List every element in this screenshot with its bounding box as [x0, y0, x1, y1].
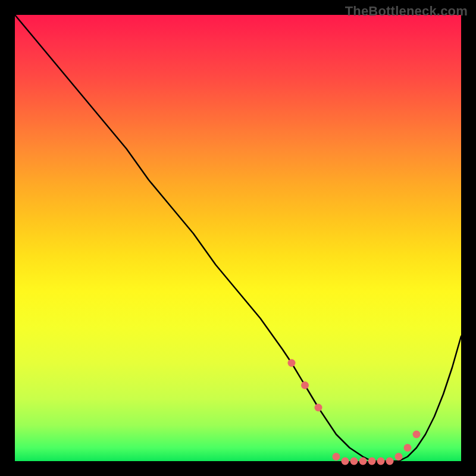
- highlight-dot: [386, 458, 394, 465]
- highlight-dot: [301, 381, 309, 389]
- highlight-dot: [404, 444, 412, 452]
- highlight-dots-group: [288, 359, 421, 465]
- highlight-dot: [350, 458, 358, 465]
- highlight-dot: [342, 458, 349, 465]
- highlight-dot: [413, 431, 421, 439]
- highlight-dot: [395, 453, 403, 461]
- watermark-text: TheBottleneck.com: [345, 4, 468, 19]
- highlight-dot: [333, 453, 340, 461]
- highlight-dot: [359, 458, 367, 465]
- plot-area: [15, 15, 461, 461]
- highlight-dot: [377, 458, 385, 465]
- highlight-dot: [368, 458, 376, 465]
- bottleneck-curve: [15, 15, 461, 461]
- highlight-dot: [288, 359, 296, 367]
- curve-svg: [15, 15, 461, 461]
- highlight-dot: [315, 404, 322, 412]
- chart-frame: TheBottleneck.com: [0, 0, 476, 476]
